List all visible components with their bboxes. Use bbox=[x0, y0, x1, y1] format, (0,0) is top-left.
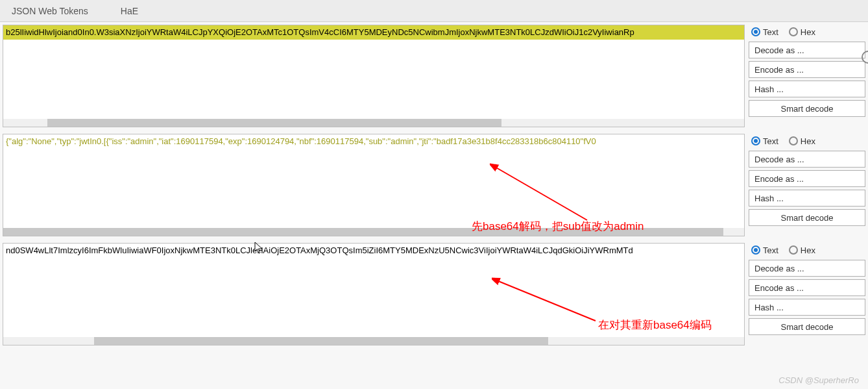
hash-3[interactable]: Hash ... bbox=[749, 299, 865, 316]
hscroll-thumb-3[interactable] bbox=[94, 337, 548, 345]
side-controls-1: Text Hex Decode as ... Encode as ... Has… bbox=[749, 25, 865, 127]
smart-decode-3[interactable]: Smart decode bbox=[749, 318, 865, 335]
decode-as-1[interactable]: Decode as ... bbox=[749, 42, 865, 58]
text-panel-1[interactable]: b25lIiwidHlwIjoiand0In0.W3siaXNzIjoiYWRt… bbox=[3, 25, 745, 127]
watermark: CSDN @SuperherRo bbox=[778, 375, 859, 385]
smart-decode-2[interactable]: Smart decode bbox=[749, 209, 865, 226]
panel-row-1: b25lIiwidHlwIjoiand0In0.W3siaXNzIjoiYWRt… bbox=[0, 22, 868, 127]
radio-hex-2[interactable] bbox=[789, 136, 798, 145]
radio-hex-label-3: Hex bbox=[801, 245, 815, 255]
hscroll-thumb-2[interactable] bbox=[3, 228, 723, 236]
side-controls-2: Text Hex Decode as ... Encode as ... Has… bbox=[749, 134, 865, 236]
radio-text-2[interactable] bbox=[751, 136, 760, 145]
hash-2[interactable]: Hash ... bbox=[749, 190, 865, 207]
hscroll-3[interactable] bbox=[3, 337, 744, 345]
radio-hex-label-1: Hex bbox=[801, 27, 815, 37]
format-radio-row-3: Text Hex bbox=[749, 243, 865, 257]
side-controls-3: Text Hex Decode as ... Encode as ... Has… bbox=[749, 243, 865, 345]
hscroll-2[interactable] bbox=[3, 228, 744, 236]
radio-hex-3[interactable] bbox=[789, 245, 798, 255]
text-panel-2[interactable]: {"alg":"None","typ":"jwtIn0.[{"iss":"adm… bbox=[3, 134, 745, 236]
hash-1[interactable]: Hash ... bbox=[749, 81, 865, 97]
radio-text-label-3: Text bbox=[763, 245, 778, 255]
hscroll-1[interactable] bbox=[3, 119, 744, 127]
panel-row-2: {"alg":"None","typ":"jwtIn0.[{"iss":"adm… bbox=[0, 131, 868, 236]
encode-as-2[interactable]: Encode as ... bbox=[749, 170, 865, 187]
radio-text-label-2: Text bbox=[763, 136, 778, 146]
text-panel-3[interactable]: nd0SW4wLlt7ImlzcyI6ImFkbWluIiwiaWF0IjoxN… bbox=[3, 243, 745, 345]
radio-text-1[interactable] bbox=[751, 27, 760, 36]
decode-as-3[interactable]: Decode as ... bbox=[749, 260, 865, 277]
format-radio-row-2: Text Hex bbox=[749, 134, 865, 148]
encoded-text-1[interactable]: b25lIiwidHlwIjoiand0In0.W3siaXNzIjoiYWRt… bbox=[3, 25, 744, 40]
decoded-text-2[interactable]: {"alg":"None","typ":"jwtIn0.[{"iss":"adm… bbox=[3, 134, 744, 149]
panel-row-3: nd0SW4wLlt7ImlzcyI6ImFkbWluIiwiaWF0IjoxN… bbox=[0, 240, 868, 345]
encoded-text-3[interactable]: nd0SW4wLlt7ImlzcyI6ImFkbWluIiwiaWF0IjoxN… bbox=[3, 244, 744, 258]
tab-jwt[interactable]: JSON Web Tokens bbox=[12, 6, 88, 16]
tab-hae[interactable]: HaE bbox=[121, 6, 138, 16]
radio-text-label-1: Text bbox=[763, 27, 778, 37]
encode-as-3[interactable]: Encode as ... bbox=[749, 279, 865, 296]
hscroll-thumb-1[interactable] bbox=[47, 119, 501, 127]
format-radio-row-1: Text Hex bbox=[749, 25, 865, 39]
decoder-content: b25lIiwidHlwIjoiand0In0.W3siaXNzIjoiYWRt… bbox=[0, 22, 868, 389]
smart-decode-1[interactable]: Smart decode bbox=[749, 100, 865, 117]
radio-hex-label-2: Hex bbox=[801, 136, 815, 146]
tab-bar: JSON Web Tokens HaE bbox=[0, 0, 868, 22]
radio-text-3[interactable] bbox=[751, 245, 760, 255]
radio-hex-1[interactable] bbox=[789, 27, 798, 36]
decode-as-2[interactable]: Decode as ... bbox=[749, 151, 865, 168]
encode-as-1[interactable]: Encode as ... bbox=[749, 61, 865, 78]
